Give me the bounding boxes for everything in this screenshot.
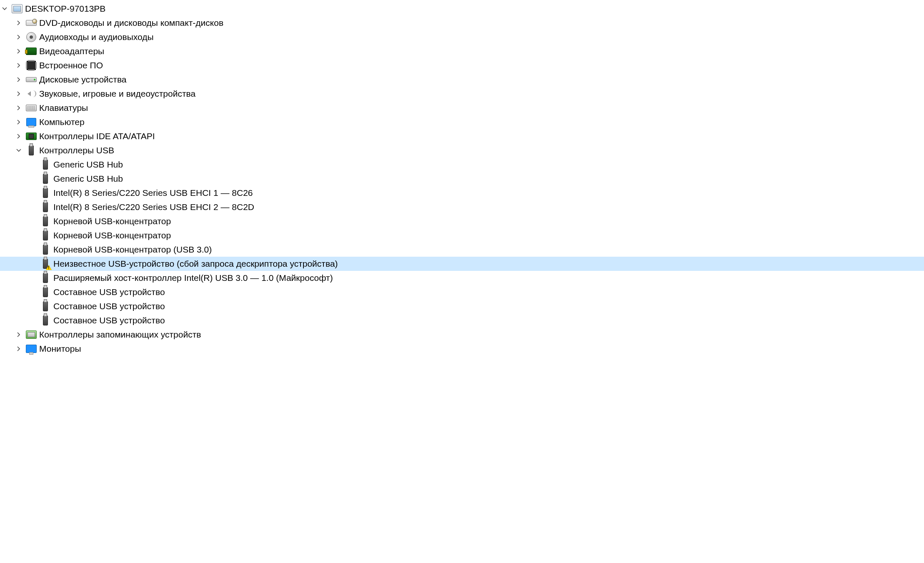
- tree-item[interactable]: Мониторы: [0, 342, 924, 356]
- expand-toggle[interactable]: [0, 6, 9, 11]
- tree-item-label: Intel(R) 8 Series/C220 Series USB EHCI 1…: [53, 188, 256, 198]
- monitor-icon: [26, 343, 37, 354]
- tree-item-label: Корневой USB-концентратор: [53, 230, 174, 240]
- tree-item-label: DESKTOP-97013PB: [25, 4, 109, 14]
- expand-toggle[interactable]: [14, 91, 23, 96]
- tree-item-label: Встроенное ПО: [39, 60, 106, 70]
- tree-item[interactable]: Intel(R) 8 Series/C220 Series USB EHCI 1…: [0, 186, 924, 200]
- tree-item[interactable]: Контроллеры запоминающих устройств: [0, 328, 924, 342]
- expand-toggle[interactable]: [14, 134, 23, 139]
- tree-item[interactable]: DVD-дисководы и дисководы компакт-дисков: [0, 16, 924, 30]
- usb-icon: [26, 145, 37, 156]
- expand-toggle[interactable]: [14, 77, 23, 82]
- expand-toggle[interactable]: [14, 49, 23, 54]
- disk-drive-icon: [26, 74, 37, 85]
- usb-icon: [40, 159, 51, 170]
- tree-item[interactable]: Generic USB Hub: [0, 158, 924, 172]
- tree-item[interactable]: Корневой USB-концентратор: [0, 228, 924, 243]
- tree-item-label: Дисковые устройства: [39, 75, 130, 85]
- display-adapter-icon: [26, 46, 37, 57]
- tree-item-label: Контроллеры IDE ATA/ATAPI: [39, 131, 158, 141]
- usb-warning-icon: [40, 258, 51, 269]
- warning-overlay-icon: [46, 265, 52, 270]
- tree-item[interactable]: Звуковые, игровые и видеоустройства: [0, 87, 924, 101]
- usb-icon: [40, 244, 51, 255]
- tree-item[interactable]: Составное USB устройство: [0, 313, 924, 328]
- tree-item-label: Мониторы: [39, 344, 85, 354]
- tree-item-label: Клавиатуры: [39, 103, 91, 113]
- tree-item-label: Расширяемый хост-контроллер Intel(R) USB…: [53, 273, 336, 283]
- expand-toggle[interactable]: [14, 63, 23, 68]
- expand-toggle[interactable]: [14, 35, 23, 40]
- tree-item[interactable]: Расширяемый хост-контроллер Intel(R) USB…: [0, 271, 924, 285]
- audio-io-icon: [26, 32, 37, 43]
- usb-icon: [40, 301, 51, 312]
- expand-toggle[interactable]: [14, 120, 23, 125]
- tree-item-root[interactable]: DESKTOP-97013PB: [0, 2, 924, 16]
- tree-item-label: Составное USB устройство: [53, 301, 168, 311]
- tree-item[interactable]: Аудиовходы и аудиовыходы: [0, 30, 924, 44]
- tree-item-label: Корневой USB-концентратор (USB 3.0): [53, 245, 215, 255]
- dvd-drive-icon: [26, 18, 37, 28]
- tree-item[interactable]: Составное USB устройство: [0, 299, 924, 313]
- tree-item[interactable]: Дисковые устройства: [0, 73, 924, 87]
- tree-item-label: Видеоадаптеры: [39, 46, 108, 56]
- tree-item-label: DVD-дисководы и дисководы компакт-дисков: [39, 18, 227, 28]
- expand-toggle[interactable]: [14, 105, 23, 110]
- tree-item-label: Аудиовходы и аудиовыходы: [39, 32, 157, 42]
- tree-item[interactable]: Компьютер: [0, 115, 924, 129]
- tree-item[interactable]: Intel(R) 8 Series/C220 Series USB EHCI 2…: [0, 200, 924, 214]
- tree-item-label: Generic USB Hub: [53, 160, 126, 170]
- tree-item-label: Компьютер: [39, 117, 88, 127]
- tree-item[interactable]: Корневой USB-концентратор (USB 3.0): [0, 243, 924, 257]
- usb-icon: [40, 230, 51, 241]
- usb-icon: [40, 202, 51, 213]
- tree-item-label: Звуковые, игровые и видеоустройства: [39, 89, 199, 99]
- usb-icon: [40, 287, 51, 298]
- tree-item[interactable]: Клавиатуры: [0, 101, 924, 115]
- usb-icon: [40, 173, 51, 184]
- tree-item[interactable]: Generic USB Hub: [0, 172, 924, 186]
- keyboard-icon: [26, 103, 37, 113]
- tree-item[interactable]: Корневой USB-концентратор: [0, 214, 924, 228]
- tree-item[interactable]: Контроллеры IDE ATA/ATAPI: [0, 129, 924, 143]
- tree-item-unknown-usb[interactable]: Неизвестное USB-устройство (сбой запроса…: [0, 257, 924, 271]
- usb-icon: [40, 273, 51, 283]
- tree-item-label: Generic USB Hub: [53, 174, 126, 184]
- tree-item[interactable]: Составное USB устройство: [0, 285, 924, 299]
- tree-item-label: Корневой USB-концентратор: [53, 216, 174, 226]
- tree-item-label: Составное USB устройство: [53, 315, 168, 325]
- usb-icon: [40, 188, 51, 198]
- tree-item-label: Intel(R) 8 Series/C220 Series USB EHCI 2…: [53, 202, 258, 212]
- tree-item-label: Контроллеры USB: [39, 145, 118, 155]
- storage-controller-icon: [26, 329, 37, 340]
- tree-item[interactable]: Встроенное ПО: [0, 58, 924, 73]
- ide-controller-icon: [26, 131, 37, 142]
- tree-item-label: Контроллеры запоминающих устройств: [39, 330, 204, 340]
- tree-item-label: Составное USB устройство: [53, 287, 168, 297]
- computer-category-icon: [26, 117, 37, 128]
- firmware-icon: [26, 60, 37, 71]
- tree-item-usb-controllers[interactable]: Контроллеры USB: [0, 143, 924, 158]
- usb-icon: [40, 216, 51, 227]
- expand-toggle[interactable]: [14, 148, 23, 153]
- expand-toggle[interactable]: [14, 332, 23, 337]
- tree-item[interactable]: Видеоадаптеры: [0, 44, 924, 58]
- expand-toggle[interactable]: [14, 346, 23, 351]
- computer-icon: [12, 3, 23, 14]
- expand-toggle[interactable]: [14, 20, 23, 25]
- device-tree[interactable]: DESKTOP-97013PB DVD-дисководы и дисковод…: [0, 0, 924, 359]
- tree-item-label: Неизвестное USB-устройство (сбой запроса…: [53, 259, 341, 269]
- usb-icon: [40, 315, 51, 326]
- sound-icon: [26, 88, 37, 99]
